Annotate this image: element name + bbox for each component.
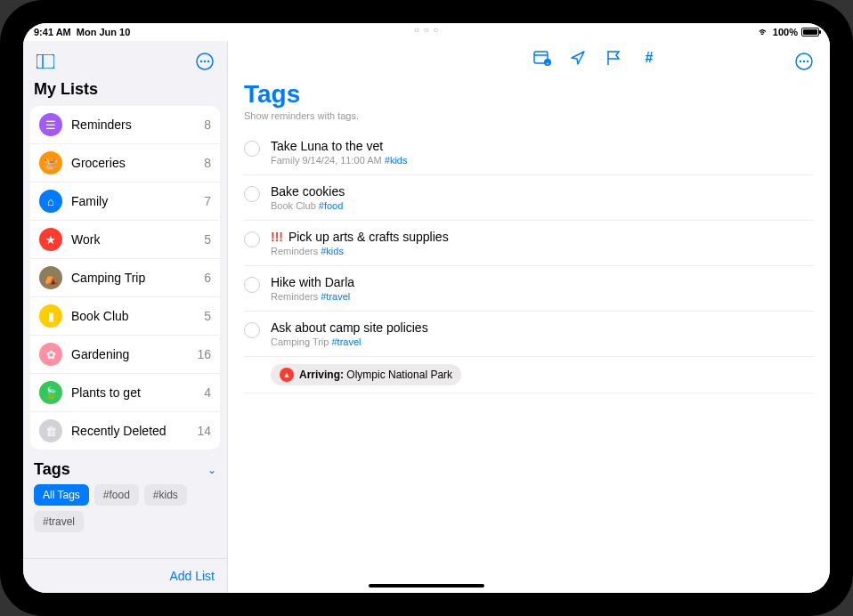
svg-rect-0 (37, 54, 54, 69)
chevron-down-icon[interactable]: ⌄ (207, 464, 216, 476)
list-count: 8 (204, 156, 211, 170)
sidebar-list-item[interactable]: ★ Work 5 (30, 221, 220, 259)
flag-icon[interactable] (604, 48, 623, 68)
list-count: 5 (204, 309, 211, 323)
reminder-item[interactable]: Ask about camp site policies Camping Tri… (244, 312, 814, 357)
list-label: Book Club (71, 309, 204, 323)
list-label: Camping Trip (71, 271, 204, 285)
svg-point-5 (207, 61, 209, 62)
list-icon: ☰ (39, 113, 62, 136)
list-icon: 🍃 (39, 381, 62, 404)
main-panel: + # (228, 41, 830, 593)
list-count: 16 (197, 347, 211, 361)
list-label: Family (71, 194, 204, 208)
list-label: Recently Deleted (71, 424, 197, 438)
reminder-item[interactable]: !!! Pick up arts & crafts supplies Remin… (244, 221, 814, 266)
svg-point-14 (807, 61, 808, 62)
list-icon: ✿ (39, 343, 62, 366)
sidebar-list-item[interactable]: ▮ Book Club 5 (30, 297, 220, 336)
svg-text:+: + (546, 61, 549, 66)
location-icon[interactable] (568, 48, 588, 68)
location-dot-icon: ▲ (280, 368, 294, 382)
my-lists-title: My Lists (23, 78, 227, 106)
list-icon: 🗑 (39, 419, 62, 442)
calendar-add-icon[interactable]: + (532, 48, 552, 68)
tag-pills: All Tags#food#kids#travel (23, 484, 227, 541)
list-count: 4 (204, 385, 211, 400)
tag-pill[interactable]: All Tags (34, 484, 89, 506)
tag-icon[interactable]: # (639, 48, 659, 68)
list-icon: ⌂ (39, 190, 62, 213)
more-options-icon[interactable] (191, 48, 218, 75)
multitask-dots[interactable]: ○ ○ ○ (414, 25, 440, 35)
list-count: 5 (204, 232, 211, 247)
list-label: Gardening (71, 347, 197, 361)
tag-pill[interactable]: #kids (144, 484, 187, 506)
home-indicator[interactable] (369, 584, 484, 588)
list-icon: ★ (39, 228, 62, 251)
complete-toggle[interactable] (244, 186, 260, 202)
wifi-icon: ᯤ (759, 26, 769, 38)
list-count: 8 (204, 118, 211, 132)
list-icon: ▮ (39, 304, 62, 328)
tags-title: Tags (34, 460, 70, 479)
sidebar-list-item[interactable]: 🗑 Recently Deleted 14 (30, 412, 220, 450)
sidebar-list-item[interactable]: ⛺ Camping Trip 6 (30, 259, 220, 297)
svg-point-13 (803, 61, 805, 62)
reminder-title: Bake cookies (271, 184, 814, 199)
status-time: 9:41 AM (34, 27, 71, 37)
svg-text:#: # (646, 50, 654, 65)
svg-point-4 (204, 61, 206, 62)
sidebar-toggle-icon[interactable] (32, 48, 59, 75)
sidebar-list-item[interactable]: 🍃 Plants to get 4 (30, 374, 220, 412)
tag-pill[interactable]: #food (94, 484, 139, 506)
list-icon: ⛺ (39, 266, 62, 289)
lists-container: ☰ Reminders 8 🧺 Groceries 8 ⌂ Family 7 ★… (30, 106, 220, 450)
add-list-button[interactable]: Add List (169, 569, 215, 583)
page-title: Tags (228, 75, 830, 110)
reminder-item[interactable]: Bake cookies Book Club #food (244, 175, 814, 221)
battery-percent: 100% (773, 27, 798, 37)
location-pill[interactable]: ▲Arriving: Olympic National Park (271, 364, 461, 385)
sidebar-list-item[interactable]: ⌂ Family 7 (30, 182, 220, 221)
reminder-title: Ask about camp site policies (271, 320, 814, 335)
sidebar: My Lists ☰ Reminders 8 🧺 Groceries 8 ⌂ F… (23, 41, 228, 593)
svg-point-3 (200, 61, 202, 62)
reminder-title: !!! Pick up arts & crafts supplies (271, 230, 814, 244)
reminders-list: Take Luna to the vet Family 9/14/24, 11:… (228, 130, 830, 393)
svg-point-12 (800, 61, 801, 62)
tag-pill[interactable]: #travel (34, 511, 84, 532)
sidebar-list-item[interactable]: 🧺 Groceries 8 (30, 144, 220, 182)
sidebar-list-item[interactable]: ☰ Reminders 8 (30, 106, 220, 144)
sidebar-list-item[interactable]: ✿ Gardening 16 (30, 336, 220, 374)
status-date: Mon Jun 10 (77, 27, 131, 37)
page-subtitle: Show reminders with tags. (228, 110, 830, 130)
reminder-item[interactable]: Take Luna to the vet Family 9/14/24, 11:… (244, 130, 814, 175)
list-count: 14 (197, 424, 211, 438)
list-icon: 🧺 (39, 151, 62, 174)
main-more-icon[interactable] (791, 48, 817, 75)
reminder-title: Take Luna to the vet (271, 139, 814, 153)
complete-toggle[interactable] (244, 141, 260, 157)
reminder-title: Hike with Darla (271, 275, 814, 289)
reminder-meta: Reminders #kids (271, 246, 814, 256)
list-label: Work (71, 232, 204, 247)
complete-toggle[interactable] (244, 231, 260, 247)
list-count: 6 (204, 271, 211, 285)
complete-toggle[interactable] (244, 322, 260, 338)
reminder-meta: Camping Trip #travel (271, 336, 814, 347)
list-label: Groceries (71, 156, 204, 170)
battery-icon (801, 28, 819, 36)
reminder-item[interactable]: Hike with Darla Reminders #travel (244, 266, 814, 312)
list-count: 7 (204, 194, 211, 208)
reminder-meta: Book Club #food (271, 200, 814, 211)
list-label: Plants to get (71, 385, 204, 400)
reminder-meta: Reminders #travel (271, 291, 814, 302)
complete-toggle[interactable] (244, 277, 260, 293)
reminder-meta: Family 9/14/24, 11:00 AM #kids (271, 155, 814, 166)
list-label: Reminders (71, 118, 204, 132)
